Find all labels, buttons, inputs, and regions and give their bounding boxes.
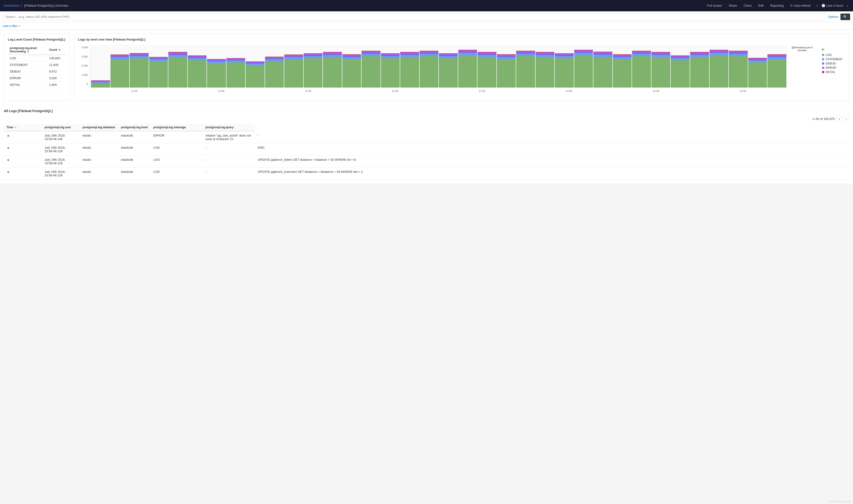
bar-stack [420,51,439,88]
bar-stack [91,80,110,88]
reporting-button[interactable]: Reporting [768,3,785,8]
bar-segment [130,58,149,88]
pagination-text: 1–50 of 163,975 [813,117,835,121]
bar-stack [477,52,496,88]
message-cell: - [203,156,255,168]
logs-table: Time ▼ postgresql.log.user postgresql.lo… [4,124,849,180]
bar-segment [381,55,400,56]
bar-segment [226,62,246,88]
bar-stack [516,51,535,88]
bar-segment [729,56,748,88]
bar-segment [246,65,265,88]
search-bar: Options 🔍 [0,12,853,22]
bar-segment [477,53,496,55]
clock-icon: 🕐 [821,4,825,7]
bar-stack [690,52,709,88]
bar-segment [91,84,110,88]
expand-button[interactable]: ▶ [7,158,11,162]
database-cell: elasticdb [118,168,150,180]
bar-segment [207,61,226,63]
sort-arrows-count[interactable]: ⇅ [58,49,60,51]
fullscreen-button[interactable]: Full screen [705,3,724,8]
col-header-message: postgresql.log.message [150,124,203,131]
log-level-row: DEBUG9,672 [8,68,66,75]
expand-button[interactable]: ▶ [7,134,11,138]
query-cell: END; [255,143,849,156]
bar-stack [188,55,207,88]
bar-segment [188,60,207,88]
bar-segment [671,60,690,88]
expand-cell: ▶ [4,156,42,168]
message-cell: relation "pg_stat_activit" does not exis… [203,131,255,143]
expand-button[interactable]: ▶ [7,170,11,174]
search-input[interactable] [3,13,826,20]
bar-segment [381,56,400,58]
bar-segment [342,57,361,59]
bar-segment [555,55,574,56]
bar-stack [748,58,767,88]
breadcrumb-dashboard-link[interactable]: Dashboard [4,4,19,7]
bar-segment [710,51,728,53]
bar-segment [400,57,419,88]
legend-item: STATEMENT [822,58,845,61]
sort-arrows-level[interactable]: ⇅ [27,50,29,53]
bar-stack [323,52,342,88]
col-header-time[interactable]: Time ▼ [4,124,42,131]
y-axis-tick: 0 [87,83,88,85]
bar-stack [130,53,149,88]
level-cell: LOG [150,156,203,168]
bar-segment [748,60,767,62]
next-page-button[interactable]: › [844,116,849,122]
expand-button[interactable]: ▶ [7,146,11,150]
legend-label: LOG [826,53,832,57]
bar-segment [497,59,516,88]
y-axis-tick: 4,000 [81,46,88,49]
prev-page-button[interactable]: ‹ [837,116,842,122]
time-cell: July 19th 2018, 15:08:49.128 [42,156,80,168]
bar-segment [362,54,381,56]
bar-segment [767,57,786,59]
all-logs-title: All Logs [Filebeat PostgreSQL] [4,107,849,113]
bar-segment [226,60,246,62]
bar-segment [168,55,187,57]
breadcrumb-separator: / [21,4,22,7]
bar-stack [400,52,419,88]
edit-button[interactable]: Edit [756,3,765,8]
level-cell: LOG [150,143,203,156]
clone-button[interactable]: Clone [742,3,754,8]
bar-segment [710,55,728,88]
log-level-cell: LOG [8,55,47,61]
time-next-button[interactable]: › [846,3,849,9]
time-prev-button[interactable]: ‹ [816,3,819,9]
bar-segment [652,57,670,88]
add-filter-button[interactable]: Add a filter + [3,24,20,28]
pagination: 1–50 of 163,975 ‹ › [4,116,849,122]
bar-segment [536,57,555,88]
breadcrumb: Dashboard / [Filebeat PostgreSQL] Overvi… [4,4,69,7]
bar-segment [323,53,342,55]
bar-segment [632,56,651,88]
x-axis-label: @timestamp per 5 minutes [787,46,817,97]
message-cell: - [203,168,255,180]
search-options-button[interactable]: Options [828,15,838,18]
legend-expand-icon[interactable]: ▶ [822,47,825,51]
y-axis-tick: 2,000 [81,64,88,67]
bar-segment [246,64,265,65]
log-count-cell: 2,626 [47,75,66,82]
autorefresh-button[interactable]: ↻Auto-refresh [788,3,813,8]
legend-item: DETAIL [822,70,845,74]
bar-stack [613,54,632,88]
chart-legend: ▶ LOGSTATEMENTDEBUGERRORDETAIL [819,45,845,97]
bar-segment [555,58,574,88]
log-level-row: ERROR2,626 [8,75,66,82]
bar-segment [149,61,168,88]
bar-segment [400,53,419,55]
log-row: ▶ July 19th 2018, 15:08:49.128 elastic e… [4,156,849,168]
log-level-row: LOG136,820 [8,55,66,61]
bar-stack [168,52,187,88]
query-cell: - [255,131,849,143]
time-cell: July 19th 2018, 15:08:49.146 [42,131,80,143]
share-button[interactable]: Share [727,3,739,8]
expand-cell: ▶ [4,131,42,143]
search-submit-button[interactable]: 🔍 [840,14,850,20]
